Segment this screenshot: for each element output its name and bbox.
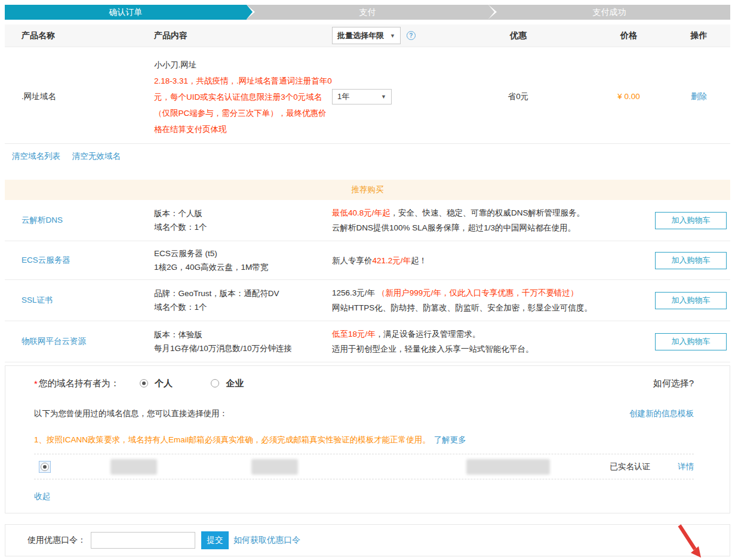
add-to-cart-button[interactable]: 加入购物车 xyxy=(655,252,727,269)
col-action: 操作 xyxy=(668,30,730,41)
add-to-cart-button[interactable]: 加入购物车 xyxy=(655,333,727,350)
icann-notice-row: 1、按照ICANN政策要求，域名持有人Email邮箱必须真实准确，必须完成邮箱真… xyxy=(34,435,694,454)
spec-line: 版本：体验版 xyxy=(154,328,332,341)
step-pay: 支付 xyxy=(247,5,488,20)
product-content: 小小刀.网址 2.18-3.31，共战疫情，.网址域名普通词注册首年0元，每个U… xyxy=(154,56,332,137)
learn-more-link[interactable]: 了解更多 xyxy=(434,435,466,444)
batch-year-select-value: 批量选择年限 xyxy=(337,30,384,41)
radio-personal[interactable]: 个人 xyxy=(140,378,173,389)
col-product-name: 产品名称 xyxy=(5,30,154,41)
icann-notice: 1、按照ICANN政策要求，域名持有人Email邮箱必须真实准确，必须完成邮箱真… xyxy=(34,435,430,444)
order-confirm-page: 确认订单 支付 支付成功 产品名称 产品内容 批量选择年限 ▼ ? 优惠 价格 … xyxy=(0,0,735,560)
spec-line: 版本：个人版 xyxy=(154,207,332,220)
recommend-row-ecs: ECS云服务器 ECS云服务器 (t5) 1核2G，40G高效云盘，1M带宽 新… xyxy=(5,241,730,280)
coupon-section: 使用优惠口令： 提交 如何获取优惠口令 xyxy=(5,524,730,556)
product-promo-text: 2.18-3.31，共战疫情，.网址域名普通词注册首年0元，每个UID或实名认证… xyxy=(154,73,332,137)
product-link-ecs[interactable]: ECS云服务器 xyxy=(21,256,70,264)
recommend-banner: 推荐购买 xyxy=(5,180,730,200)
spec-line: ECS云服务器 (t5) xyxy=(154,247,332,260)
step-confirm-order: 确认订单 xyxy=(5,5,247,20)
recommend-row-ssl: SSL证书 品牌：GeoTrust，版本：通配符DV 域名个数：1个 1256.… xyxy=(5,280,730,321)
template-radio-icon[interactable] xyxy=(41,463,49,471)
radio-personal-label: 个人 xyxy=(155,378,173,388)
col-product-content: 产品内容 xyxy=(154,30,332,41)
verified-badge: 已实名认证 xyxy=(610,461,651,472)
coupon-input[interactable] xyxy=(91,532,195,549)
how-to-get-coupon-link[interactable]: 如何获取优惠口令 xyxy=(233,535,300,546)
desc-highlight: 低至18元/年 xyxy=(332,330,376,339)
desc-text: ，安全、快速、稳定、可靠的权威DNS解析管理服务。 xyxy=(390,208,585,217)
create-template-link[interactable]: 创建新的信息模板 xyxy=(629,408,694,419)
help-question-icon[interactable]: ? xyxy=(407,31,416,40)
order-table-header: 产品名称 产品内容 批量选择年限 ▼ ? 优惠 价格 操作 xyxy=(5,24,730,47)
spec-line: 域名个数：1个 xyxy=(154,300,332,314)
product-link-dns[interactable]: 云解析DNS xyxy=(21,216,63,224)
add-to-cart-button[interactable]: 加入购物车 xyxy=(655,212,727,229)
desc-text: 新人专享价 xyxy=(332,256,373,265)
clear-invalid-domain-link[interactable]: 清空无效域名 xyxy=(72,152,121,161)
radio-personal-icon[interactable] xyxy=(140,379,148,387)
order-footer: 订单金额：¥ 0.00 继续选域名 立即购买 我已阅读，理解并接受 〔 域名服务… xyxy=(5,556,730,560)
price-value: ¥ 0.00 xyxy=(590,92,668,101)
delete-link[interactable]: 删除 xyxy=(691,92,707,101)
clear-links-row: 清空域名列表 清空无效域名 xyxy=(5,143,730,170)
detail-link[interactable]: 详情 xyxy=(678,461,694,472)
desc-text: 云解析DNS提供100% SLA服务保障，超过1/3的中国网站都在使用。 xyxy=(332,220,651,235)
product-link-iot[interactable]: 物联网平台云资源 xyxy=(21,337,86,346)
used-info-tip: 以下为您曾使用过的域名信息，您可以直接选择使用： xyxy=(34,408,227,419)
product-link-ssl[interactable]: SSL证书 xyxy=(21,296,53,304)
discount-value: 省0元 xyxy=(447,91,590,102)
col-discount: 优惠 xyxy=(447,30,590,41)
redacted-holder-name xyxy=(110,459,157,475)
coupon-label: 使用优惠口令： xyxy=(27,535,86,546)
domain-holder-section: * 您的域名持有者为： 个人 企业 如何选择? 以下为您曾使用过的域名信息，您可… xyxy=(5,365,730,513)
redacted-holder-phone xyxy=(251,459,298,475)
col-price: 价格 xyxy=(590,30,668,41)
add-to-cart-button[interactable]: 加入购物车 xyxy=(655,292,727,309)
template-row: 已实名认证 详情 xyxy=(34,454,694,479)
step-pay-label: 支付 xyxy=(359,7,376,17)
spec-line: 1核2G，40G高效云盘，1M带宽 xyxy=(154,260,332,274)
year-select-value: 1年 xyxy=(337,91,349,102)
progress-steps: 确认订单 支付 支付成功 xyxy=(5,5,730,20)
batch-year-select[interactable]: 批量选择年限 ▼ xyxy=(332,27,401,44)
product-content-title: 小小刀.网址 xyxy=(154,57,332,73)
year-select[interactable]: 1年 ▼ xyxy=(332,89,392,104)
desc-text: ，满足设备运行及管理需求。 xyxy=(376,330,481,339)
desc-highlight: （新用户999元/年，仅此入口专享优惠，千万不要错过） xyxy=(377,288,579,297)
required-mark: * xyxy=(34,379,38,389)
desc-text: 起！ xyxy=(411,256,427,265)
desc-text: 网站HTTPS化、防劫持、防篡改、防监听、安全加密，彰显企业可信度。 xyxy=(332,300,651,315)
table-row-domain: .网址域名 小小刀.网址 2.18-3.31，共战疫情，.网址域名普通词注册首年… xyxy=(5,47,730,143)
radio-company-icon[interactable] xyxy=(211,379,219,387)
redacted-holder-email xyxy=(466,459,550,475)
how-to-choose-link[interactable]: 如何选择? xyxy=(653,378,694,389)
radio-company-label: 企业 xyxy=(226,378,244,388)
chevron-down-icon: ▼ xyxy=(381,94,386,100)
desc-highlight: 421.2元/年 xyxy=(373,256,411,265)
step-pay-success: 支付成功 xyxy=(488,5,730,20)
product-name: .网址域名 xyxy=(5,91,154,102)
red-arrow-annotation xyxy=(675,524,706,560)
spec-line: 域名个数：1个 xyxy=(154,220,332,234)
clear-domain-list-link[interactable]: 清空域名列表 xyxy=(12,152,60,161)
desc-text: 1256.3元/年 xyxy=(332,288,377,297)
recommend-row-dns: 云解析DNS 版本：个人版 域名个数：1个 最低40.8元/年起，安全、快速、稳… xyxy=(5,200,730,241)
chevron-down-icon: ▼ xyxy=(390,33,395,39)
recommend-row-iot: 物联网平台云资源 版本：体验版 每月1G存储/10万消息数/10万分钟连接 低至… xyxy=(5,321,730,362)
template-radio[interactable] xyxy=(39,461,51,473)
desc-text: 适用于初创型企业，轻量化接入乐享一站式智能化平台。 xyxy=(332,341,651,356)
spec-line: 品牌：GeoTrust，版本：通配符DV xyxy=(154,287,332,300)
desc-highlight: 最低40.8元/年起 xyxy=(332,208,390,217)
radio-company[interactable]: 企业 xyxy=(211,378,244,389)
step-success-label: 支付成功 xyxy=(593,7,626,17)
step-confirm-label: 确认订单 xyxy=(109,7,143,17)
coupon-submit-button[interactable]: 提交 xyxy=(201,531,229,549)
spec-line: 每月1G存储/10万消息数/10万分钟连接 xyxy=(154,341,332,355)
collapse-link[interactable]: 收起 xyxy=(34,492,50,501)
holder-label: 您的域名持有者为： xyxy=(39,378,119,389)
